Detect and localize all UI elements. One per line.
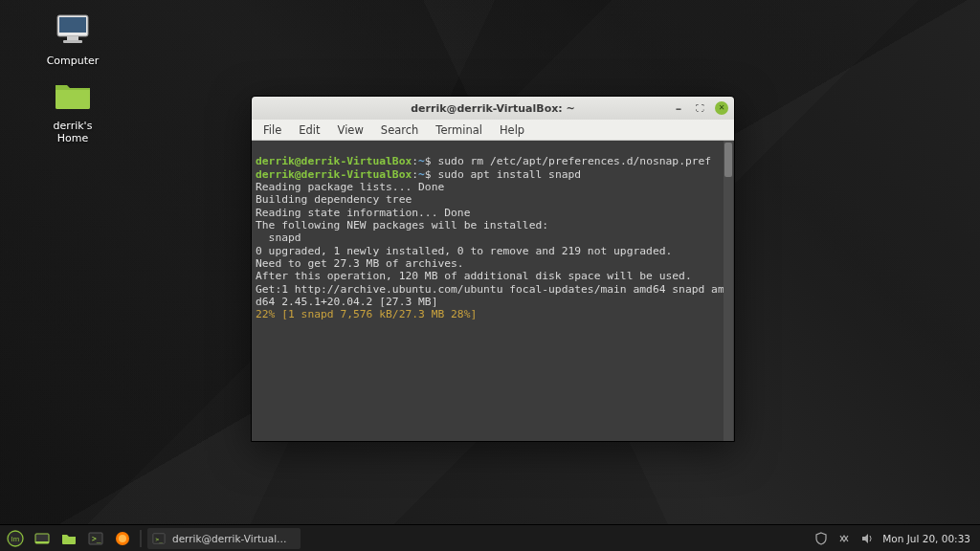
terminal-body[interactable]: derrik@derrik-VirtualBox:~$ sudo rm /etc… <box>252 141 734 441</box>
terminal-output-line: Need to get 27.3 MB of archives. <box>256 257 464 270</box>
desktop-icon-label: derrik's Home <box>34 119 111 145</box>
terminal-output-line: Building dependency tree <box>256 193 412 206</box>
terminal-icon: >_ <box>151 531 167 546</box>
desktop-icon-computer[interactable]: Computer <box>34 11 111 68</box>
svg-rect-1 <box>59 17 86 33</box>
menu-search[interactable]: Search <box>373 121 427 139</box>
system-tray: Mon Jul 20, 00:33 <box>813 531 976 546</box>
terminal-output-line: 0 upgraded, 1 newly installed, 0 to remo… <box>256 245 672 257</box>
desktop-icon-label: Computer <box>34 54 111 68</box>
terminal-output-line: After this operation, 120 MB of addition… <box>256 270 692 282</box>
taskbar-task-terminal[interactable]: >_ derrik@derrik-VirtualB... <box>147 528 301 549</box>
start-menu-button[interactable]: lm <box>4 528 27 549</box>
terminal-progress: 22% [1 snapd 7,576 kB/27.3 MB 28%] <box>256 308 477 320</box>
taskbar-separator <box>140 530 142 547</box>
svg-rect-7 <box>35 541 49 543</box>
window-maximize-button[interactable] <box>694 102 705 114</box>
taskbar: lm >_ >_ derrik@derrik-VirtualB... Mon J… <box>0 524 980 551</box>
shield-icon[interactable] <box>813 531 829 546</box>
network-icon[interactable] <box>836 531 852 546</box>
svg-text:>_: >_ <box>155 535 163 542</box>
prompt-user: derrik@derrik-VirtualBox <box>256 155 412 167</box>
window-close-button[interactable] <box>715 101 728 115</box>
window-menubar: File Edit View Search Terminal Help <box>252 120 734 141</box>
window-titlebar[interactable]: derrik@derrik-VirtualBox: ~ <box>252 97 734 120</box>
window-minimize-button[interactable] <box>673 102 684 114</box>
window-title: derrik@derrik-VirtualBox: ~ <box>252 102 734 115</box>
menu-edit[interactable]: Edit <box>291 121 327 139</box>
svg-rect-3 <box>63 40 82 43</box>
firefox-launcher[interactable] <box>111 528 134 549</box>
menu-help[interactable]: Help <box>492 121 532 139</box>
terminal-output-line: Get:1 http://archive.ubuntu.com/ubuntu f… <box>256 283 724 308</box>
svg-text:lm: lm <box>11 535 20 543</box>
terminal-launcher[interactable]: >_ <box>84 528 107 549</box>
show-desktop-button[interactable] <box>31 528 54 549</box>
svg-rect-2 <box>67 36 78 40</box>
svg-point-11 <box>119 535 126 542</box>
svg-text:>_: >_ <box>92 535 101 543</box>
volume-icon[interactable] <box>859 531 875 546</box>
terminal-command: sudo apt install snapd <box>437 168 581 181</box>
terminal-command: sudo rm /etc/apt/preferences.d/nosnap.pr… <box>437 155 711 167</box>
terminal-output-line: Reading state information... Done <box>256 207 470 219</box>
computer-icon <box>52 11 94 50</box>
file-manager-launcher[interactable] <box>57 528 80 549</box>
terminal-output-line: Reading package lists... Done <box>256 181 444 193</box>
menu-terminal[interactable]: Terminal <box>428 121 490 139</box>
terminal-window: derrik@derrik-VirtualBox: ~ File Edit Vi… <box>251 96 735 442</box>
prompt-path: ~ <box>418 168 425 181</box>
menu-file[interactable]: File <box>256 121 289 139</box>
taskbar-clock[interactable]: Mon Jul 20, 00:33 <box>882 533 970 544</box>
prompt-user: derrik@derrik-VirtualBox <box>256 168 412 181</box>
menu-view[interactable]: View <box>330 121 371 139</box>
terminal-output-line: The following NEW packages will be insta… <box>256 219 548 231</box>
folder-icon <box>52 77 94 115</box>
terminal-scrollbar[interactable] <box>724 141 733 441</box>
taskbar-task-label: derrik@derrik-VirtualB... <box>172 533 293 544</box>
desktop-icon-home[interactable]: derrik's Home <box>34 77 111 145</box>
scrollbar-thumb[interactable] <box>724 143 732 177</box>
terminal-output-line: snapd <box>256 231 301 244</box>
prompt-path: ~ <box>418 155 425 167</box>
